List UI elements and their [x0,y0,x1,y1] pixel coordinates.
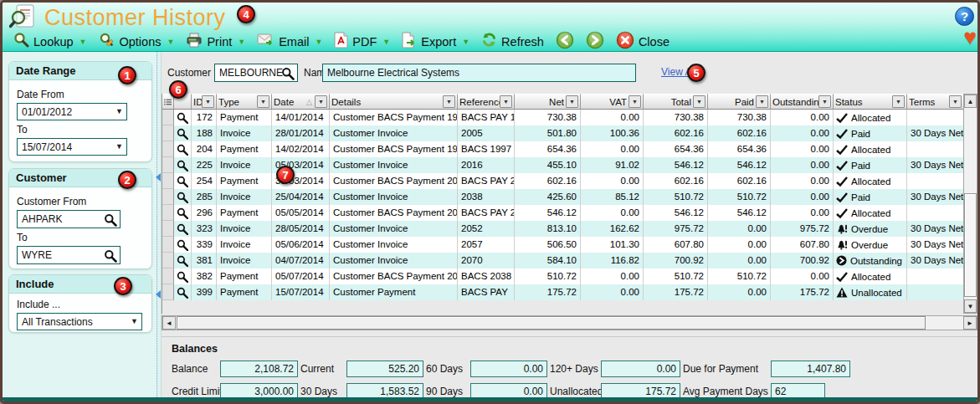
row-selector[interactable] [162,268,174,284]
export-dropdown-arrow-icon[interactable]: ▼ [462,38,469,46]
splitter-collapse-icon[interactable] [156,173,161,182]
row-selector[interactable] [162,141,174,157]
search-icon[interactable] [104,249,117,265]
column-header-details[interactable]: Details [330,94,458,110]
table-row[interactable]: 382Payment05/07/2014Customer BACS Paymen… [162,268,963,284]
row-selector[interactable] [162,205,174,221]
lookup-dropdown-arrow-icon[interactable]: ▼ [80,38,87,46]
help-button[interactable]: ? [955,7,974,26]
table-row[interactable]: 285Invoice25/04/2014Customer Invoice2038… [162,189,963,205]
row-lookup-button[interactable] [174,110,192,125]
row-lookup-button[interactable] [174,125,192,141]
row-lookup-button[interactable] [174,284,192,300]
row-selector[interactable] [162,221,174,237]
row-selector[interactable] [162,110,174,125]
row-lookup-button[interactable] [174,268,192,284]
scroll-down-icon[interactable]: ▼ [964,299,977,313]
filter-button-icon[interactable] [756,95,768,108]
row-selector[interactable] [162,284,174,300]
row-selector[interactable] [162,157,174,173]
customer-from-input[interactable]: AHPARK [17,210,121,228]
row-lookup-button[interactable] [174,205,192,221]
row-lookup-button[interactable] [174,253,192,268]
search-icon[interactable] [104,213,117,229]
table-row[interactable]: 172Payment14/01/2014Customer BACS Paymen… [162,110,963,125]
horizontal-scrollbar[interactable]: ◄ ► [162,315,977,330]
print-button[interactable]: Print ▼ [180,31,251,52]
column-header-terms[interactable]: Terms [907,94,964,110]
table-row[interactable]: 188Invoice28/01/2014Customer Invoice2005… [162,125,963,141]
table-row[interactable]: 323Invoice28/05/2014Customer Invoice2052… [162,221,963,237]
row-lookup-button[interactable] [174,157,192,173]
column-header-reference[interactable]: Reference [458,94,515,110]
filter-button-icon[interactable] [818,95,831,108]
row-selector[interactable] [162,125,174,141]
date-to-combobox[interactable]: 15/07/2014 [17,138,127,156]
customer-ref-input[interactable]: MELBOURNE [214,64,298,82]
filter-button-icon[interactable] [202,95,214,108]
pdf-dropdown-arrow-icon[interactable]: ▼ [382,38,390,46]
table-row[interactable]: 339Invoice05/06/2014Customer Invoice2057… [162,237,963,253]
column-header-type[interactable]: Type [217,94,272,110]
refresh-button[interactable]: Refresh [475,31,550,52]
print-dropdown-arrow-icon[interactable]: ▼ [238,38,245,46]
column-header-date[interactable]: Date △ [272,94,330,110]
pdf-button[interactable]: PDF ▼ [328,31,396,52]
filter-button-icon[interactable] [257,95,269,108]
lookup-button[interactable]: Lookup ▼ [8,31,93,52]
date-from-combobox[interactable]: 01/01/2012 [17,103,127,120]
include-combobox[interactable]: All Transactions [17,313,142,330]
cell-paid: 654.36 [708,141,771,157]
cell-id: 381 [192,253,217,268]
row-selector[interactable] [162,237,174,253]
scroll-right-icon[interactable]: ► [963,316,977,330]
splitter-collapse-icon[interactable] [156,290,161,299]
options-button[interactable]: Options ▼ [93,31,181,52]
export-button[interactable]: Export ▼ [396,31,475,52]
filter-button-icon[interactable] [629,95,641,108]
table-row[interactable]: 204Payment14/02/2014Customer BACS Paymen… [162,141,963,157]
row-selector[interactable] [162,189,174,205]
filter-button-icon[interactable] [566,95,578,108]
horizontal-scroll-thumb[interactable] [177,316,926,330]
filter-sidebar: Date Range Date From 01/01/2012 To 15/07… [3,52,156,397]
row-selector[interactable] [162,173,174,189]
email-button[interactable]: Email ▼ [251,31,328,52]
column-header-outstanding[interactable]: Outstanding [771,94,834,110]
filter-button-icon[interactable] [949,95,962,108]
column-header-net[interactable]: Net [515,94,581,110]
row-lookup-button[interactable] [174,189,192,205]
row-lookup-button[interactable] [174,141,192,157]
row-selector[interactable] [162,253,174,268]
row-lookup-button[interactable] [174,221,192,237]
email-dropdown-arrow-icon[interactable]: ▼ [315,38,322,46]
search-icon[interactable] [281,67,295,83]
customer-to-input[interactable]: WYRE [17,246,121,264]
filter-button-icon[interactable] [693,95,705,108]
table-row[interactable]: 381Invoice04/07/2014Customer Invoice2070… [162,253,963,268]
filter-button-icon[interactable] [892,95,905,108]
column-header-status[interactable]: Status [834,94,907,110]
cell-terms [907,205,963,221]
row-lookup-button[interactable] [174,173,192,189]
vertical-scroll-thumb[interactable] [964,193,977,297]
filter-button-icon[interactable] [315,95,327,108]
table-row[interactable]: 399Payment15/07/2014Customer PaymentBACS… [162,284,963,300]
filter-button-icon[interactable] [443,95,455,108]
row-lookup-button[interactable] [174,237,192,253]
back-button[interactable] [550,31,580,52]
close-button[interactable]: Close [610,31,675,52]
magnifier-icon [177,287,188,299]
favourite-heart-icon[interactable]: ♥ [964,26,977,48]
options-dropdown-arrow-icon[interactable]: ▼ [167,38,174,46]
vertical-scrollbar[interactable]: ▲ ▼ [963,94,977,314]
column-header-paid[interactable]: Paid [708,94,771,110]
filter-button-icon[interactable] [500,95,512,108]
column-header-total[interactable]: Total [644,94,708,110]
column-header-id[interactable]: ID [192,94,217,110]
column-header-vat[interactable]: VAT [581,94,644,110]
forward-button[interactable] [580,31,610,52]
scroll-up-icon[interactable]: ▲ [964,95,977,108]
scroll-left-icon[interactable]: ◄ [162,316,176,330]
table-row[interactable]: 296Payment05/05/2014Customer BACS Paymen… [162,205,963,221]
